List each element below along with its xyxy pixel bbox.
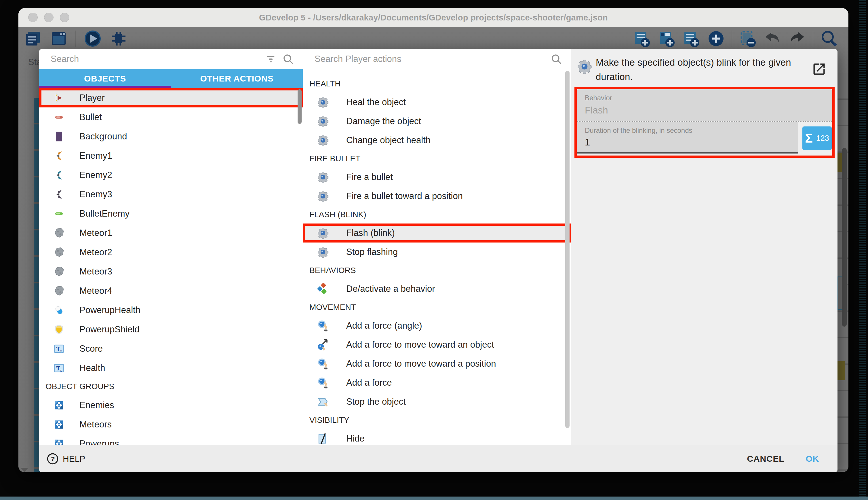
object-row-enemy1[interactable]: Enemy1 (39, 146, 303, 165)
help-button[interactable]: ? HELP (47, 453, 85, 465)
action-row-hide[interactable]: Hide (303, 429, 571, 445)
actions-searchbar (303, 49, 571, 69)
action-row-change-object-health[interactable]: Change object health (303, 131, 571, 150)
action-row-add-a-force[interactable]: Add a force (303, 373, 571, 392)
expression-editor-button[interactable]: Σ 123 (802, 126, 832, 150)
background-icon (54, 131, 64, 142)
play-icon[interactable] (83, 30, 102, 48)
object-row-meteor1[interactable]: Meteor1 (39, 223, 303, 242)
expression-editor-label: 123 (816, 134, 829, 143)
scene-editor-icon[interactable] (49, 30, 68, 48)
objects-scrollbar[interactable] (297, 89, 302, 124)
object-row-meteor2[interactable]: Meteor2 (39, 242, 303, 262)
help-icon: ? (47, 453, 59, 465)
duration-input[interactable] (585, 137, 762, 148)
duration-field-label: Duration of the blinking, in seconds (585, 126, 692, 135)
object-row-bullet[interactable]: Bullet (39, 107, 303, 127)
object-row-poweruphealth[interactable]: PowerupHealth (39, 300, 303, 320)
project-manager-icon[interactable] (24, 30, 42, 48)
action-section-visibility: VISIBILITY (303, 411, 571, 429)
svg-text:?: ? (51, 455, 55, 463)
cancel-button[interactable]: CANCEL (747, 454, 785, 464)
event-sheet-scrollbar[interactable] (842, 148, 847, 327)
action-list: HEALTHHeal the objectDamage the objectCh… (303, 69, 571, 445)
add-event-icon[interactable] (633, 30, 651, 48)
action-row-damage-the-object[interactable]: Damage the object (303, 112, 571, 131)
actions-search-input[interactable] (315, 54, 550, 64)
action-row-heal-the-object[interactable]: Heal the object (303, 93, 571, 112)
desktop-bottom-strip (0, 497, 868, 500)
tab-other-actions[interactable]: OTHER ACTIONS (171, 69, 303, 88)
action-section-movement: MOVEMENT (303, 298, 571, 316)
action-section-fire-bullet: FIRE BULLET (303, 150, 571, 168)
action-row-add-a-force-to-move-toward-a-position[interactable]: Add a force to move toward a position (303, 354, 571, 373)
gear-icon (317, 190, 329, 202)
behavior-icon (317, 283, 329, 295)
object-row-score[interactable]: TxScore (39, 339, 303, 358)
redo-icon[interactable] (788, 30, 806, 48)
search-events-icon[interactable] (820, 30, 838, 48)
object-row-meteors[interactable]: Meteors (39, 415, 303, 434)
action-row-fire-a-bullet-toward-a-position[interactable]: Fire a bullet toward a position (303, 186, 571, 206)
action-row-stop-flashing[interactable]: Stop flashing (303, 242, 571, 262)
objects-tabs: OBJECTS OTHER ACTIONS (39, 69, 303, 88)
debugger-icon[interactable] (109, 30, 128, 48)
object-row-enemies[interactable]: Enemies (39, 396, 303, 415)
zoom-window-button[interactable] (60, 13, 69, 22)
object-row-player[interactable]: Player (39, 88, 303, 107)
force-icon (317, 377, 329, 389)
tab-objects[interactable]: OBJECTS (39, 69, 171, 88)
object-row-powerups[interactable]: Powerups (39, 434, 303, 445)
action-row-add-a-force-to-move-toward-an-object[interactable]: Add a force to move toward an object (303, 335, 571, 354)
object-label: Player (80, 93, 105, 103)
toolbar-separator (75, 31, 76, 47)
actions-scrollbar[interactable] (565, 71, 570, 428)
action-section-health: HEALTH (303, 75, 571, 93)
object-row-background[interactable]: Background (39, 127, 303, 146)
bullet-icon (54, 112, 64, 123)
object-row-meteor4[interactable]: Meteor4 (39, 281, 303, 300)
object-row-bulletenemy[interactable]: BulletEnemy (39, 204, 303, 223)
object-label: Powerups (80, 439, 119, 445)
object-label: Enemies (80, 400, 114, 410)
object-label: Meteors (80, 419, 112, 430)
action-row-add-a-force-angle[interactable]: Add a force (angle) (303, 316, 571, 335)
svg-text:x: x (60, 349, 62, 353)
undo-icon[interactable] (763, 30, 782, 48)
action-row-de-activate-a-behavior[interactable]: De/activate a behavior (303, 280, 571, 298)
duration-field: Duration of the blinking, in seconds (577, 122, 798, 154)
ok-button[interactable]: OK (806, 454, 819, 464)
objects-searchbar (39, 49, 303, 69)
close-window-button[interactable] (28, 13, 38, 22)
traffic-lights[interactable] (28, 13, 69, 22)
object-row-enemy3[interactable]: Enemy3 (39, 185, 303, 204)
enemy3-icon (54, 189, 64, 200)
object-row-health[interactable]: TxHealth (39, 358, 303, 378)
event-collapse-triangle (21, 468, 28, 472)
open-in-new-icon[interactable] (812, 61, 826, 77)
action-label: Damage the object (346, 116, 421, 126)
add-comment-icon[interactable] (682, 30, 701, 48)
gear-icon (317, 246, 329, 258)
object-row-powerupshield[interactable]: PowerupShield (39, 320, 303, 339)
action-label: Change object health (346, 135, 431, 146)
meteor-icon (54, 228, 64, 238)
player-icon (54, 92, 64, 103)
behavior-field: Behavior Flash (577, 89, 832, 121)
add-subevent-icon[interactable] (657, 30, 676, 48)
svg-text:x: x (60, 368, 62, 372)
action-row-stop-the-object[interactable]: Stop the object (303, 392, 571, 411)
objects-search-input[interactable] (51, 54, 265, 64)
add-choose-event-icon[interactable] (707, 30, 725, 48)
action-label: Stop the object (346, 397, 406, 407)
event-sheet-line (27, 70, 27, 472)
minimize-window-button[interactable] (44, 13, 54, 22)
action-row-flash-blink[interactable]: Flash (blink) (303, 224, 571, 242)
action-row-fire-a-bullet[interactable]: Fire a bullet (303, 168, 571, 186)
object-row-enemy2[interactable]: Enemy2 (39, 165, 303, 185)
delete-event-icon[interactable] (739, 30, 757, 48)
hide-icon (317, 433, 329, 445)
filter-icon[interactable] (265, 53, 277, 65)
object-row-meteor3[interactable]: Meteor3 (39, 262, 303, 281)
action-description: Make the specified object(s) blink for t… (596, 55, 814, 84)
